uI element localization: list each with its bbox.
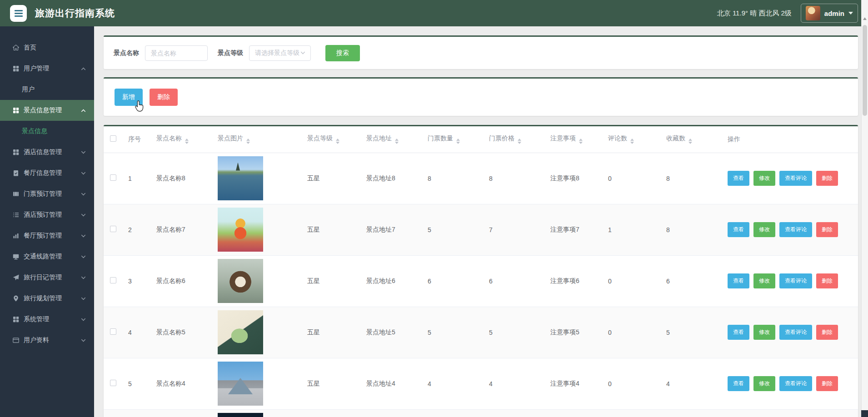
edit-button[interactable]: 修改 <box>753 325 775 340</box>
row-checkbox[interactable] <box>110 277 116 283</box>
delete-button[interactable]: 删除 <box>150 89 178 106</box>
search-button[interactable]: 搜索 <box>325 45 360 61</box>
sort-asc-icon[interactable] <box>246 139 250 141</box>
row-checkbox[interactable] <box>110 174 116 181</box>
view-button[interactable]: 查看 <box>728 376 749 391</box>
sort-carets-icon[interactable] <box>688 139 692 144</box>
sort-asc-icon[interactable] <box>579 139 583 141</box>
delete-row-button[interactable]: 删除 <box>816 222 838 237</box>
edit-button[interactable]: 修改 <box>753 273 775 288</box>
vertical-scrollbar[interactable] <box>861 0 868 417</box>
column-header[interactable]: 景点名称 <box>151 126 212 153</box>
column-header[interactable]: 门票价格 <box>484 126 545 153</box>
sort-asc-icon[interactable] <box>518 139 521 141</box>
sidebar-item[interactable]: 用户管理 <box>0 58 94 79</box>
column-header[interactable]: 收藏数 <box>661 126 722 153</box>
sidebar-item[interactable]: 旅行规划管理 <box>0 288 94 309</box>
sort-carets-icon[interactable] <box>518 139 521 144</box>
sort-desc-icon[interactable] <box>246 142 250 144</box>
attraction-name: 景点名称5 <box>156 328 185 336</box>
column-header[interactable]: 评论数 <box>603 126 661 153</box>
row-checkbox[interactable] <box>110 328 116 335</box>
attraction-name-input[interactable] <box>145 45 208 61</box>
sort-carets-icon[interactable] <box>246 139 250 144</box>
sidebar-item[interactable]: 旅行日记管理 <box>0 267 94 288</box>
column-header[interactable]: 景点图片 <box>212 126 302 153</box>
chevron-down-icon <box>80 254 86 260</box>
sidebar-item[interactable]: 景点信息管理 <box>0 100 94 121</box>
sort-asc-icon[interactable] <box>185 139 189 141</box>
view-comments-button[interactable]: 查看评论 <box>779 325 812 340</box>
delete-row-button[interactable]: 删除 <box>816 376 838 391</box>
sort-carets-icon[interactable] <box>456 139 460 144</box>
column-header[interactable]: 景点等级 <box>302 126 361 153</box>
view-button[interactable]: 查看 <box>728 325 749 340</box>
view-button[interactable]: 查看 <box>728 171 749 186</box>
table-cell: 5 <box>484 307 545 358</box>
sidebar-item[interactable]: 交通线路管理 <box>0 246 94 267</box>
sort-asc-icon[interactable] <box>336 139 339 141</box>
sort-desc-icon[interactable] <box>630 142 634 144</box>
sidebar-item[interactable]: 餐厅预订管理 <box>0 225 94 246</box>
level-select[interactable]: 请选择景点等级 <box>249 45 311 61</box>
delete-row-button[interactable]: 删除 <box>816 273 838 288</box>
sidebar-item[interactable]: 门票预订管理 <box>0 184 94 204</box>
view-button[interactable]: 查看 <box>728 273 749 288</box>
delete-row-button[interactable]: 删除 <box>816 325 838 340</box>
sort-carets-icon[interactable] <box>630 139 634 144</box>
view-comments-button[interactable]: 查看评论 <box>779 273 812 288</box>
grid-icon <box>12 149 20 156</box>
scrollbar-thumb[interactable] <box>863 25 867 116</box>
sidebar-item[interactable]: 酒店信息管理 <box>0 142 94 163</box>
row-checkbox[interactable] <box>110 380 116 386</box>
add-button[interactable]: 新增 <box>115 89 143 106</box>
sort-desc-icon[interactable] <box>518 142 521 144</box>
column-header[interactable]: 景点地址 <box>361 126 422 153</box>
select-all-checkbox[interactable] <box>110 135 116 142</box>
table-cell <box>661 409 722 417</box>
sort-desc-icon[interactable] <box>688 142 692 144</box>
sort-desc-icon[interactable] <box>395 142 399 144</box>
sort-asc-icon[interactable] <box>630 139 634 141</box>
view-comments-button[interactable]: 查看评论 <box>779 376 812 391</box>
sort-desc-icon[interactable] <box>579 142 583 144</box>
table-cell: 0 <box>603 307 661 358</box>
sort-carets-icon[interactable] <box>395 139 399 144</box>
sidebar-item[interactable]: 系统管理 <box>0 309 94 330</box>
sort-asc-icon[interactable] <box>395 139 399 141</box>
sidebar-subitem[interactable]: 用户 <box>0 79 94 100</box>
sidebar-item[interactable]: 首页 <box>0 37 94 58</box>
sort-asc-icon[interactable] <box>688 139 692 141</box>
sidebar-item[interactable]: 餐厅信息管理 <box>0 163 94 184</box>
chevron-down-icon <box>80 233 86 239</box>
sidebar-item-label: 用户管理 <box>24 65 49 73</box>
sidebar-item[interactable]: 用户资料 <box>0 330 94 351</box>
edit-button[interactable]: 修改 <box>753 376 775 391</box>
sidebar-item-label: 景点信息管理 <box>24 106 62 114</box>
sort-desc-icon[interactable] <box>336 142 339 144</box>
sort-asc-icon[interactable] <box>456 139 460 141</box>
user-menu[interactable]: admin <box>801 4 858 23</box>
sidebar-subitem[interactable]: 景点信息 <box>0 121 94 142</box>
column-header[interactable]: 门票数量 <box>422 126 484 153</box>
column-header[interactable]: 注意事项 <box>545 126 603 153</box>
row-index: 3 <box>128 278 132 285</box>
scrollbar-up-arrow-icon[interactable] <box>863 17 867 20</box>
hamburger-menu-icon[interactable] <box>10 5 27 22</box>
clipboard-icon <box>12 169 20 177</box>
sort-desc-icon[interactable] <box>456 142 460 144</box>
view-button[interactable]: 查看 <box>728 222 749 237</box>
attraction-name: 景点名称4 <box>156 380 185 387</box>
sort-carets-icon[interactable] <box>185 139 189 144</box>
sort-carets-icon[interactable] <box>579 139 583 144</box>
row-checkbox[interactable] <box>110 226 116 232</box>
view-comments-button[interactable]: 查看评论 <box>779 171 812 186</box>
sort-carets-icon[interactable] <box>336 139 339 144</box>
sidebar-item[interactable]: 酒店预订管理 <box>0 204 94 225</box>
view-comments-button[interactable]: 查看评论 <box>779 222 812 237</box>
sort-desc-icon[interactable] <box>185 142 189 144</box>
delete-row-button[interactable]: 删除 <box>816 171 838 186</box>
table-cell: 景点名称5 <box>151 307 212 358</box>
edit-button[interactable]: 修改 <box>753 171 775 186</box>
edit-button[interactable]: 修改 <box>753 222 775 237</box>
